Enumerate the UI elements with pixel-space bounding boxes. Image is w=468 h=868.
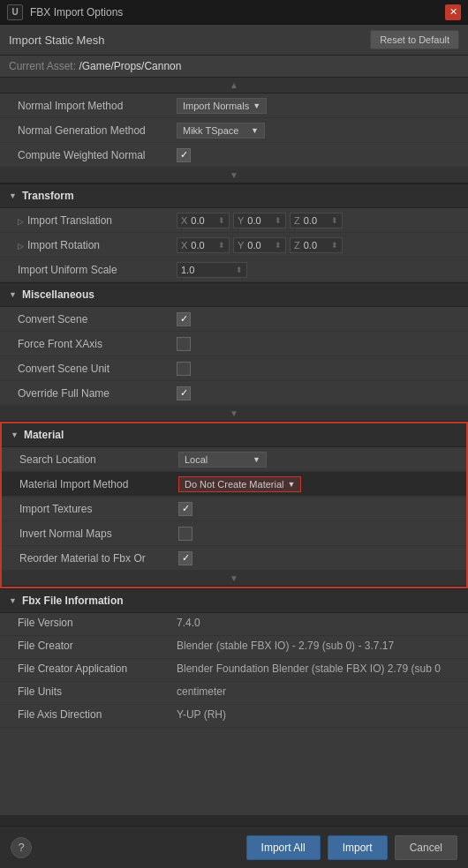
translation-xyz-group: X 0.0 ⬍ Y 0.0 ⬍ Z 0.0 ⬍ <box>177 213 343 228</box>
translation-expand-arrow: ▷ <box>18 217 24 226</box>
force-front-xaxis-value[interactable] <box>177 337 459 351</box>
compute-weighted-normal-label: Compute Weighted Normal <box>18 149 177 161</box>
scroll-up-indicator: ▲ <box>0 78 468 94</box>
material-import-method-value[interactable]: Do Not Create Material ▼ <box>178 476 457 492</box>
convert-scene-label: Convert Scene <box>18 313 177 326</box>
convert-scene-unit-value[interactable] <box>177 362 459 376</box>
import-rotation-row: ▷Import Rotation X 0.0 ⬍ Y 0.0 ⬍ Z <box>0 233 468 258</box>
material-section-label: Material <box>24 429 64 441</box>
dropdown-arrow: ▼ <box>251 126 259 135</box>
material-section: ▼ Material Search Location Local ▼ Mater… <box>0 422 468 588</box>
import-all-button[interactable]: Import All <box>246 835 321 860</box>
material-scroll-indicator: ▼ <box>2 571 466 587</box>
content-area[interactable]: ▲ Normal Import Method Import Normals ▼ … <box>0 78 468 815</box>
convert-scene-unit-label: Convert Scene Unit <box>18 363 177 375</box>
fbx-info-section-header[interactable]: ▼ Fbx File Information <box>0 588 468 613</box>
import-textures-value[interactable] <box>178 502 457 516</box>
bottom-bar: ? Import All Import Cancel <box>0 826 468 868</box>
reset-button[interactable]: Reset to Default <box>370 30 459 49</box>
translation-x-input[interactable]: X 0.0 ⬍ <box>177 213 230 228</box>
invert-normal-maps-value[interactable] <box>178 527 457 541</box>
top-section: ▲ Normal Import Method Import Normals ▼ … <box>0 78 468 183</box>
close-button[interactable]: ✕ <box>445 4 461 20</box>
file-creator-application-label: File Creator Application <box>18 662 177 675</box>
override-full-name-checkbox[interactable] <box>177 386 191 400</box>
miscellaneous-section-header[interactable]: ▼ Miscellaneous <box>0 282 468 307</box>
material-import-method-label: Material Import Method <box>19 478 178 490</box>
import-textures-label: Import Textures <box>19 503 178 515</box>
current-asset-label: Current Asset: <box>9 60 76 72</box>
translation-y-spin: ⬍ <box>275 216 282 225</box>
invert-normal-maps-label: Invert Normal Maps <box>19 528 178 540</box>
import-rotation-label: ▷Import Rotation <box>18 239 177 251</box>
scroll-down-indicator: ▼ <box>0 168 468 183</box>
force-front-xaxis-checkbox[interactable] <box>177 337 191 351</box>
compute-weighted-normal-value[interactable] <box>177 148 459 162</box>
reorder-material-label: Reorder Material to Fbx Or <box>19 552 178 565</box>
rotation-z-input[interactable]: Z 0.0 ⬍ <box>290 237 343 253</box>
help-button[interactable]: ? <box>11 837 32 858</box>
material-import-method-row: Material Import Method Do Not Create Mat… <box>2 472 466 497</box>
material-collapse-arrow: ▼ <box>11 430 19 439</box>
material-import-method-dropdown[interactable]: Do Not Create Material ▼ <box>178 476 301 492</box>
miscellaneous-section: ▼ Miscellaneous Convert Scene Force Fron… <box>0 282 468 422</box>
transform-section-label: Transform <box>22 190 74 202</box>
import-rotation-value: X 0.0 ⬍ Y 0.0 ⬍ Z 0.0 ⬍ <box>177 237 459 253</box>
normal-generation-method-row: Normal Generation Method Mikk TSpace ▼ <box>0 118 468 143</box>
transform-section-header[interactable]: ▼ Transform <box>0 183 468 208</box>
material-scroll-arrow: ▼ <box>230 573 238 583</box>
override-full-name-value[interactable] <box>177 386 459 400</box>
search-location-dropdown[interactable]: Local ▼ <box>178 452 267 468</box>
scale-spin: ⬍ <box>236 266 243 274</box>
file-units-label: File Units <box>18 685 177 698</box>
dropdown-arrow: ▼ <box>253 101 260 110</box>
import-translation-row: ▷Import Translation X 0.0 ⬍ Y 0.0 ⬍ Z <box>0 208 468 233</box>
scroll-down-arrow: ▼ <box>230 170 238 180</box>
convert-scene-unit-checkbox[interactable] <box>177 362 191 376</box>
file-creator-value: Blender (stable FBX IO) - 2.79 (sub 0) -… <box>177 640 459 652</box>
current-asset-path: /Game/Props/Cannon <box>79 60 181 72</box>
rotation-x-spin: ⬍ <box>218 241 225 250</box>
compute-weighted-normal-row: Compute Weighted Normal <box>0 143 468 168</box>
misc-scroll-arrow: ▼ <box>230 408 238 418</box>
reorder-material-row: Reorder Material to Fbx Or <box>2 546 466 571</box>
search-location-row: Search Location Local ▼ <box>2 447 466 472</box>
fbx-info-section: ▼ Fbx File Information File Version 7.4.… <box>0 588 468 728</box>
toolbar: Import Static Mesh Reset to Default <box>0 25 468 56</box>
file-creator-application-row: File Creator Application Blender Foundat… <box>0 659 468 682</box>
file-units-value: centimeter <box>177 685 459 698</box>
reorder-material-value[interactable] <box>178 551 457 565</box>
rotation-expand-arrow: ▷ <box>18 242 24 251</box>
cancel-button[interactable]: Cancel <box>395 835 457 860</box>
normal-generation-method-dropdown[interactable]: Mikk TSpace ▼ <box>177 123 265 138</box>
invert-normal-maps-checkbox[interactable] <box>178 527 192 541</box>
transform-collapse-arrow: ▼ <box>9 191 17 200</box>
normal-import-method-dropdown[interactable]: Import Normals ▼ <box>177 98 267 114</box>
override-full-name-label: Override Full Name <box>18 387 177 400</box>
search-location-value[interactable]: Local ▼ <box>178 452 457 468</box>
import-textures-checkbox[interactable] <box>178 502 192 516</box>
file-axis-direction-value: Y-UP (RH) <box>177 708 459 721</box>
rotation-y-input[interactable]: Y 0.0 ⬍ <box>233 237 286 253</box>
file-version-row: File Version 7.4.0 <box>0 613 468 636</box>
import-uniform-scale-value: 1.0 ⬍ <box>177 262 459 278</box>
title-bar: U FBX Import Options ✕ <box>0 0 468 25</box>
convert-scene-unit-row: Convert Scene Unit <box>0 356 468 381</box>
import-button[interactable]: Import <box>328 835 388 860</box>
translation-y-input[interactable]: Y 0.0 ⬍ <box>233 213 286 228</box>
normal-import-method-value[interactable]: Import Normals ▼ <box>177 98 459 114</box>
translation-z-input[interactable]: Z 0.0 ⬍ <box>290 213 343 228</box>
uniform-scale-input[interactable]: 1.0 ⬍ <box>177 262 247 278</box>
current-asset-bar: Current Asset: /Game/Props/Cannon <box>0 56 468 78</box>
import-uniform-scale-label: Import Uniform Scale <box>18 264 177 276</box>
rotation-x-input[interactable]: X 0.0 ⬍ <box>177 237 230 253</box>
normal-generation-method-value[interactable]: Mikk TSpace ▼ <box>177 123 459 138</box>
convert-scene-checkbox[interactable] <box>177 312 191 326</box>
misc-scroll-indicator: ▼ <box>0 406 468 422</box>
reorder-material-checkbox[interactable] <box>178 551 192 565</box>
file-version-label: File Version <box>18 617 177 629</box>
file-creator-row: File Creator Blender (stable FBX IO) - 2… <box>0 636 468 659</box>
convert-scene-value[interactable] <box>177 312 459 326</box>
material-section-header[interactable]: ▼ Material <box>2 423 466 447</box>
compute-weighted-normal-checkbox[interactable] <box>177 148 191 162</box>
